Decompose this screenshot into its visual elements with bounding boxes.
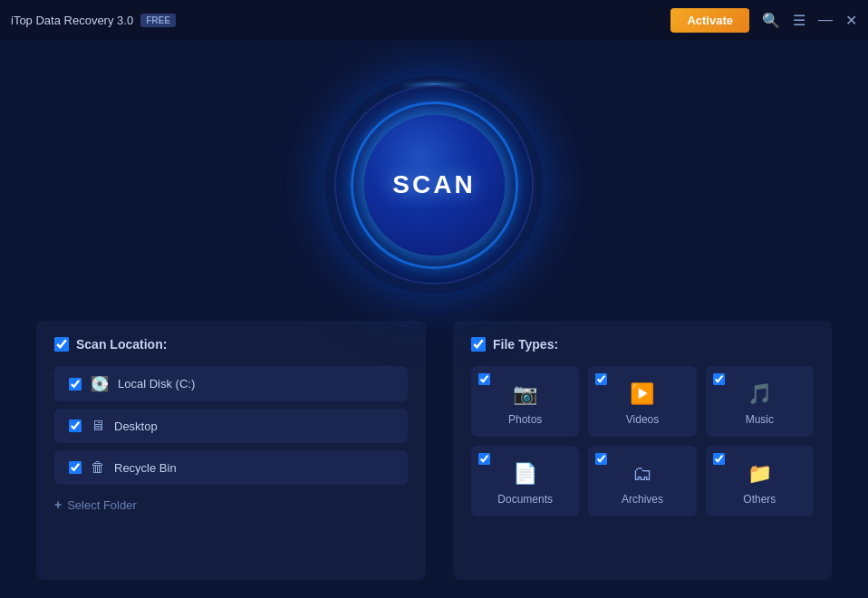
file-types-panel: File Types: 📷 Photos ▶️ Videos 🎵 Music bbox=[453, 321, 832, 580]
menu-icon[interactable]: ☰ bbox=[793, 12, 805, 29]
photos-checkbox[interactable] bbox=[478, 373, 490, 385]
scan-area: SCAN bbox=[36, 58, 832, 321]
recycle-bin-icon: 🗑 bbox=[91, 459, 105, 476]
list-item: 🗑 Recycle Bin bbox=[54, 450, 408, 485]
videos-icon: ▶️ bbox=[630, 382, 654, 406]
scan-location-label: Scan Location: bbox=[76, 337, 167, 352]
desktop-icon: 🖥 bbox=[91, 418, 105, 434]
file-type-others: 📁 Others bbox=[706, 446, 814, 516]
file-types-checkbox[interactable] bbox=[471, 337, 486, 352]
select-folder-button[interactable]: + Select Folder bbox=[54, 497, 408, 512]
scan-ring3: SCAN bbox=[364, 115, 505, 256]
local-disk-checkbox[interactable] bbox=[69, 378, 82, 391]
scan-button-outer: SCAN bbox=[325, 76, 543, 294]
local-disk-label: Local Disk (C:) bbox=[118, 377, 195, 391]
file-type-photos: 📷 Photos bbox=[471, 366, 579, 437]
search-icon[interactable]: 🔍 bbox=[762, 12, 780, 29]
minimize-icon[interactable]: — bbox=[818, 12, 833, 28]
titlebar-right: Activate 🔍 ☰ — ✕ bbox=[670, 8, 857, 33]
free-badge: FREE bbox=[140, 14, 176, 27]
scan-location-header: Scan Location: bbox=[54, 337, 408, 352]
archives-checkbox[interactable] bbox=[595, 453, 607, 465]
close-icon[interactable]: ✕ bbox=[845, 12, 857, 29]
titlebar-left: iTop Data Recovery 3.0 FREE bbox=[11, 14, 176, 27]
activate-button[interactable]: Activate bbox=[670, 8, 749, 33]
file-types-header: File Types: bbox=[471, 337, 814, 352]
documents-label: Documents bbox=[497, 493, 553, 506]
list-item: 🖥 Desktop bbox=[54, 409, 408, 443]
videos-label: Videos bbox=[626, 413, 659, 426]
music-label: Music bbox=[746, 413, 774, 426]
main-content: SCAN Scan Location: 💽 Local Disk (C:) 🖥 … bbox=[0, 40, 868, 598]
music-icon: 🎵 bbox=[747, 382, 772, 406]
plus-icon: + bbox=[54, 497, 62, 512]
file-types-label: File Types: bbox=[493, 337, 558, 352]
file-type-music: 🎵 Music bbox=[706, 366, 814, 437]
list-item: 💽 Local Disk (C:) bbox=[54, 366, 408, 401]
archives-icon: 🗂 bbox=[632, 462, 652, 486]
file-type-videos: ▶️ Videos bbox=[588, 366, 696, 437]
photos-label: Photos bbox=[508, 413, 542, 426]
file-type-documents: 📄 Documents bbox=[471, 446, 579, 516]
file-types-grid: 📷 Photos ▶️ Videos 🎵 Music 📄 Document bbox=[471, 366, 814, 516]
photos-icon: 📷 bbox=[513, 382, 537, 406]
select-folder-label: Select Folder bbox=[67, 498, 137, 512]
recycle-bin-label: Recycle Bin bbox=[114, 461, 177, 475]
desktop-checkbox[interactable] bbox=[69, 420, 82, 432]
others-label: Others bbox=[743, 493, 776, 506]
archives-label: Archives bbox=[622, 493, 663, 506]
file-type-archives: 🗂 Archives bbox=[588, 446, 696, 516]
music-checkbox[interactable] bbox=[713, 373, 725, 385]
others-icon: 📁 bbox=[747, 462, 772, 486]
others-checkbox[interactable] bbox=[713, 453, 725, 465]
app-title: iTop Data Recovery 3.0 bbox=[11, 14, 133, 27]
documents-checkbox[interactable] bbox=[478, 453, 490, 465]
scan-ring2: SCAN bbox=[351, 101, 518, 269]
scan-location-panel: Scan Location: 💽 Local Disk (C:) 🖥 Deskt… bbox=[36, 321, 426, 580]
bottom-section: Scan Location: 💽 Local Disk (C:) 🖥 Deskt… bbox=[36, 321, 832, 580]
titlebar: iTop Data Recovery 3.0 FREE Activate 🔍 ☰… bbox=[0, 0, 868, 40]
scan-ring1: SCAN bbox=[334, 85, 534, 285]
videos-checkbox[interactable] bbox=[595, 373, 607, 385]
disk-icon: 💽 bbox=[91, 375, 109, 392]
desktop-label: Desktop bbox=[114, 420, 158, 433]
documents-icon: 📄 bbox=[513, 462, 537, 486]
scan-location-checkbox[interactable] bbox=[54, 337, 69, 352]
scan-button[interactable]: SCAN bbox=[392, 170, 475, 199]
recycle-bin-checkbox[interactable] bbox=[69, 461, 82, 474]
